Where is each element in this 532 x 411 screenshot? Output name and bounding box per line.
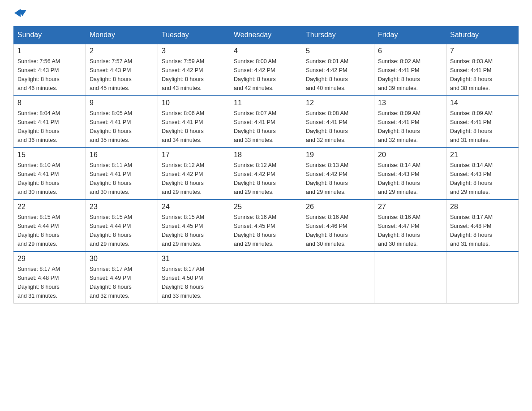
day-info: Sunrise: 8:12 AMSunset: 4:42 PMDaylight:… <box>162 161 226 197</box>
day-number: 30 <box>90 255 154 263</box>
day-info: Sunrise: 8:02 AMSunset: 4:41 PMDaylight:… <box>378 57 442 93</box>
triangle-down-icon <box>18 10 26 16</box>
logo-icon <box>14 9 26 17</box>
day-info: Sunrise: 8:14 AMSunset: 4:43 PMDaylight:… <box>450 161 515 197</box>
day-number: 8 <box>17 99 82 107</box>
calendar-cell: 28Sunrise: 8:17 AMSunset: 4:48 PMDayligh… <box>446 200 519 252</box>
day-info: Sunrise: 8:13 AMSunset: 4:42 PMDaylight:… <box>306 161 370 197</box>
day-number: 21 <box>450 151 515 159</box>
col-saturday: Saturday <box>446 26 519 44</box>
day-info: Sunrise: 8:03 AMSunset: 4:41 PMDaylight:… <box>450 57 515 93</box>
calendar-cell: 31Sunrise: 8:17 AMSunset: 4:50 PMDayligh… <box>158 252 230 304</box>
week-row-2: 8Sunrise: 8:04 AMSunset: 4:41 PMDaylight… <box>14 96 519 148</box>
day-number: 11 <box>234 99 298 107</box>
calendar-cell: 15Sunrise: 8:10 AMSunset: 4:41 PMDayligh… <box>14 148 86 200</box>
day-info: Sunrise: 8:11 AMSunset: 4:41 PMDaylight:… <box>90 161 154 197</box>
day-number: 20 <box>378 151 442 159</box>
day-number: 17 <box>162 151 226 159</box>
day-number: 22 <box>17 203 82 211</box>
calendar-cell: 3Sunrise: 7:59 AMSunset: 4:42 PMDaylight… <box>158 44 230 96</box>
calendar-cell: 24Sunrise: 8:15 AMSunset: 4:45 PMDayligh… <box>158 200 230 252</box>
calendar-cell: 16Sunrise: 8:11 AMSunset: 4:41 PMDayligh… <box>86 148 158 200</box>
day-number: 9 <box>90 99 154 107</box>
calendar-cell: 2Sunrise: 7:57 AMSunset: 4:43 PMDaylight… <box>86 44 158 96</box>
day-info: Sunrise: 8:16 AMSunset: 4:46 PMDaylight:… <box>306 213 370 248</box>
calendar-table: Sunday Monday Tuesday Wednesday Thursday… <box>13 26 519 304</box>
calendar-cell: 26Sunrise: 8:16 AMSunset: 4:46 PMDayligh… <box>302 200 374 252</box>
day-info: Sunrise: 8:09 AMSunset: 4:41 PMDaylight:… <box>378 109 442 145</box>
day-number: 26 <box>306 203 370 211</box>
calendar-cell: 18Sunrise: 8:12 AMSunset: 4:42 PMDayligh… <box>230 148 302 200</box>
day-number: 16 <box>90 151 154 159</box>
day-number: 7 <box>450 47 515 55</box>
logo <box>13 9 26 17</box>
calendar-cell: 5Sunrise: 8:01 AMSunset: 4:42 PMDaylight… <box>302 44 374 96</box>
calendar-cell: 14Sunrise: 8:09 AMSunset: 4:41 PMDayligh… <box>446 96 519 148</box>
week-row-1: 1Sunrise: 7:56 AMSunset: 4:43 PMDaylight… <box>14 44 519 96</box>
col-sunday: Sunday <box>14 26 86 44</box>
calendar-cell: 7Sunrise: 8:03 AMSunset: 4:41 PMDaylight… <box>446 44 519 96</box>
day-info: Sunrise: 7:59 AMSunset: 4:42 PMDaylight:… <box>162 57 226 93</box>
day-info: Sunrise: 8:15 AMSunset: 4:44 PMDaylight:… <box>17 213 82 248</box>
page-header <box>13 9 519 17</box>
day-info: Sunrise: 8:01 AMSunset: 4:42 PMDaylight:… <box>306 57 370 93</box>
day-info: Sunrise: 8:17 AMSunset: 4:48 PMDaylight:… <box>17 265 82 300</box>
calendar-cell: 4Sunrise: 8:00 AMSunset: 4:42 PMDaylight… <box>230 44 302 96</box>
day-info: Sunrise: 7:57 AMSunset: 4:43 PMDaylight:… <box>90 57 154 93</box>
day-number: 28 <box>450 203 515 211</box>
day-info: Sunrise: 8:17 AMSunset: 4:48 PMDaylight:… <box>450 213 515 248</box>
calendar-cell: 25Sunrise: 8:16 AMSunset: 4:45 PMDayligh… <box>230 200 302 252</box>
day-number: 5 <box>306 47 370 55</box>
days-of-week-row: Sunday Monday Tuesday Wednesday Thursday… <box>14 26 519 44</box>
day-number: 31 <box>162 255 226 263</box>
day-number: 12 <box>306 99 370 107</box>
calendar-cell: 21Sunrise: 8:14 AMSunset: 4:43 PMDayligh… <box>446 148 519 200</box>
day-info: Sunrise: 8:16 AMSunset: 4:45 PMDaylight:… <box>234 213 298 248</box>
calendar-cell: 23Sunrise: 8:15 AMSunset: 4:44 PMDayligh… <box>86 200 158 252</box>
day-number: 29 <box>17 255 82 263</box>
calendar-cell: 6Sunrise: 8:02 AMSunset: 4:41 PMDaylight… <box>374 44 446 96</box>
day-number: 3 <box>162 47 226 55</box>
day-number: 10 <box>162 99 226 107</box>
calendar-cell: 13Sunrise: 8:09 AMSunset: 4:41 PMDayligh… <box>374 96 446 148</box>
day-info: Sunrise: 8:00 AMSunset: 4:42 PMDaylight:… <box>234 57 298 93</box>
day-info: Sunrise: 8:05 AMSunset: 4:41 PMDaylight:… <box>90 109 154 145</box>
calendar-cell: 19Sunrise: 8:13 AMSunset: 4:42 PMDayligh… <box>302 148 374 200</box>
calendar-cell: 29Sunrise: 8:17 AMSunset: 4:48 PMDayligh… <box>14 252 86 304</box>
day-info: Sunrise: 8:10 AMSunset: 4:41 PMDaylight:… <box>17 161 82 197</box>
week-row-4: 22Sunrise: 8:15 AMSunset: 4:44 PMDayligh… <box>14 200 519 252</box>
day-info: Sunrise: 8:17 AMSunset: 4:50 PMDaylight:… <box>162 265 226 300</box>
calendar-cell <box>446 252 519 304</box>
calendar-cell: 9Sunrise: 8:05 AMSunset: 4:41 PMDaylight… <box>86 96 158 148</box>
week-row-3: 15Sunrise: 8:10 AMSunset: 4:41 PMDayligh… <box>14 148 519 200</box>
calendar-body: 1Sunrise: 7:56 AMSunset: 4:43 PMDaylight… <box>14 44 519 304</box>
col-wednesday: Wednesday <box>230 26 302 44</box>
day-number: 25 <box>234 203 298 211</box>
calendar-cell: 22Sunrise: 8:15 AMSunset: 4:44 PMDayligh… <box>14 200 86 252</box>
calendar-cell: 1Sunrise: 7:56 AMSunset: 4:43 PMDaylight… <box>14 44 86 96</box>
calendar-cell: 8Sunrise: 8:04 AMSunset: 4:41 PMDaylight… <box>14 96 86 148</box>
day-info: Sunrise: 8:08 AMSunset: 4:41 PMDaylight:… <box>306 109 370 145</box>
day-number: 18 <box>234 151 298 159</box>
calendar-cell <box>302 252 374 304</box>
col-friday: Friday <box>374 26 446 44</box>
day-number: 19 <box>306 151 370 159</box>
calendar-cell: 27Sunrise: 8:16 AMSunset: 4:47 PMDayligh… <box>374 200 446 252</box>
day-number: 24 <box>162 203 226 211</box>
calendar-cell: 30Sunrise: 8:17 AMSunset: 4:49 PMDayligh… <box>86 252 158 304</box>
day-number: 23 <box>90 203 154 211</box>
day-info: Sunrise: 8:12 AMSunset: 4:42 PMDaylight:… <box>234 161 298 197</box>
col-thursday: Thursday <box>302 26 374 44</box>
calendar-cell <box>374 252 446 304</box>
day-info: Sunrise: 8:06 AMSunset: 4:41 PMDaylight:… <box>162 109 226 145</box>
day-number: 14 <box>450 99 515 107</box>
day-number: 1 <box>17 47 82 55</box>
day-info: Sunrise: 8:07 AMSunset: 4:41 PMDaylight:… <box>234 109 298 145</box>
col-monday: Monday <box>86 26 158 44</box>
calendar-cell <box>230 252 302 304</box>
calendar-cell: 12Sunrise: 8:08 AMSunset: 4:41 PMDayligh… <box>302 96 374 148</box>
day-info: Sunrise: 8:17 AMSunset: 4:49 PMDaylight:… <box>90 265 154 300</box>
day-number: 6 <box>378 47 442 55</box>
day-info: Sunrise: 7:56 AMSunset: 4:43 PMDaylight:… <box>17 57 82 93</box>
day-number: 13 <box>378 99 442 107</box>
